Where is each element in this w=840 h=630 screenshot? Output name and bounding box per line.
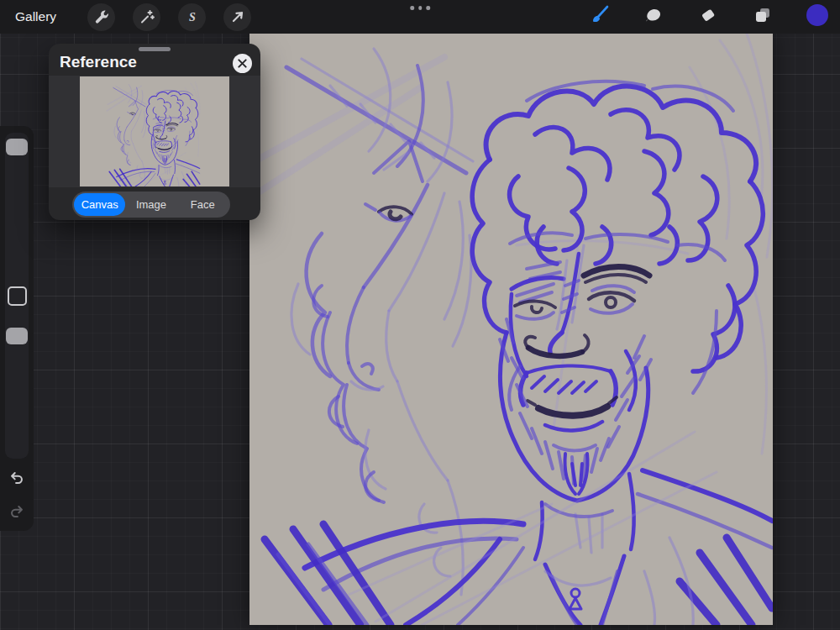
reference-thumbnail[interactable]: [80, 76, 229, 186]
layers-button[interactable]: [748, 3, 777, 31]
brush-size-slider[interactable]: [6, 139, 28, 155]
adjustments-button[interactable]: [133, 3, 160, 31]
magic-wand-icon: [139, 8, 155, 25]
brush-opacity-slider[interactable]: [6, 328, 28, 344]
color-swatch: [806, 3, 829, 30]
selection-icon: S: [184, 8, 201, 25]
tab-face[interactable]: Face: [177, 193, 228, 216]
drag-handle[interactable]: [139, 47, 171, 51]
reference-tab-bar: Canvas Image Face: [72, 192, 230, 218]
brush-sidebar: [0, 126, 34, 531]
tab-canvas[interactable]: Canvas: [74, 193, 125, 216]
close-icon: [238, 56, 247, 71]
brush-tool-button[interactable]: [585, 3, 613, 31]
svg-text:S: S: [189, 11, 196, 24]
transform-button[interactable]: [223, 3, 251, 31]
reference-image-area: [49, 76, 260, 187]
smudge-tool-button[interactable]: [639, 3, 668, 31]
reference-panel-title: Reference: [60, 53, 137, 71]
redo-icon: [8, 502, 26, 524]
gallery-button[interactable]: Gallery: [15, 9, 56, 24]
canvas-options-icon[interactable]: [410, 6, 430, 10]
layers-icon: [753, 5, 773, 29]
selection-button[interactable]: S: [178, 3, 206, 31]
undo-icon: [8, 469, 26, 491]
transform-arrow-icon: [229, 8, 246, 25]
actions-button[interactable]: [87, 3, 115, 31]
color-button[interactable]: [803, 3, 832, 31]
eraser-tool-button[interactable]: [694, 3, 722, 31]
reference-panel: Reference Canvas Image Face: [49, 44, 260, 220]
wrench-icon: [93, 8, 110, 25]
modify-button[interactable]: [8, 286, 27, 306]
undo-button[interactable]: [0, 469, 34, 491]
tab-image[interactable]: Image: [125, 193, 176, 216]
brush-icon: [588, 4, 610, 29]
drawing-canvas[interactable]: [249, 34, 773, 625]
eraser-icon: [698, 5, 718, 29]
close-button[interactable]: [233, 54, 252, 73]
smudge-icon: [643, 5, 664, 29]
redo-button[interactable]: [0, 502, 34, 524]
top-toolbar: Gallery S: [0, 0, 840, 34]
